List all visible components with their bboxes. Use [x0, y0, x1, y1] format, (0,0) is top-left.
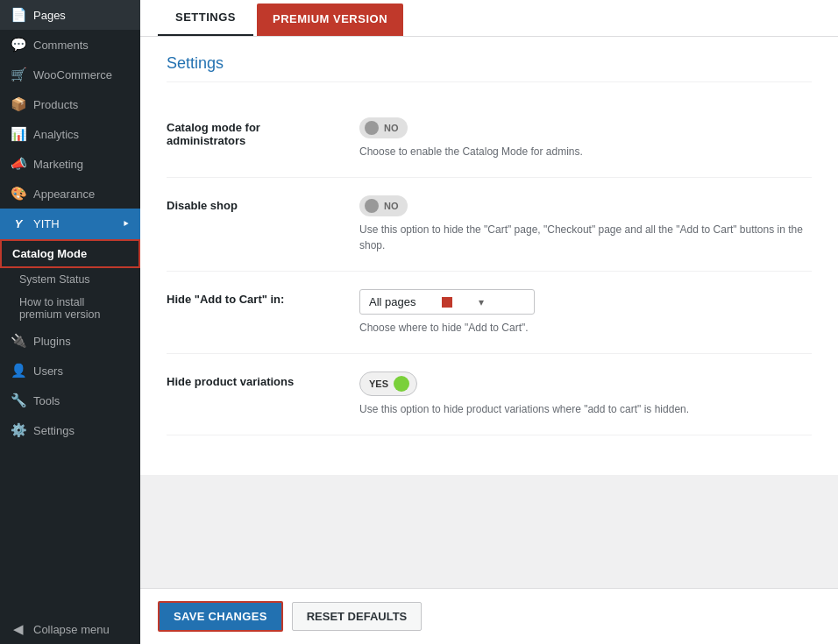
footer-bar: SAVE CHANGES RESET DEFAULTS: [140, 588, 838, 644]
sidebar: 📄 Pages 💬 Comments 🛒 WooCommerce 📦 Produ…: [0, 0, 140, 644]
setting-label-disable-shop: Disable shop: [167, 195, 342, 212]
setting-row-hide-add-to-cart: Hide "Add to Cart" in: All pages ▾ Choos…: [167, 272, 812, 354]
save-changes-button[interactable]: SAVE CHANGES: [158, 601, 283, 632]
select-value: All pages: [369, 295, 415, 308]
products-icon: 📦: [11, 96, 26, 112]
woocommerce-icon: 🛒: [11, 67, 26, 82]
settings-icon: ⚙️: [11, 422, 26, 438]
toggle-circle: [365, 199, 379, 213]
sidebar-item-yith[interactable]: Y YITH ‣: [0, 209, 140, 239]
setting-row-catalog-admins: Catalog mode for administrators NO Choos…: [167, 100, 812, 178]
sidebar-item-comments[interactable]: 💬 Comments: [0, 30, 140, 60]
sidebar-item-catalog-mode[interactable]: Catalog Mode: [0, 239, 140, 268]
tools-icon: 🔧: [11, 393, 26, 408]
desc-hide-add-to-cart: Choose where to hide "Add to Cart".: [359, 320, 812, 336]
settings-title: Settings: [167, 54, 812, 82]
main-content: SETTINGS PREMIUM VERSION Settings Catalo…: [140, 0, 838, 644]
yith-icon: Y: [11, 217, 26, 230]
tab-settings[interactable]: SETTINGS: [158, 0, 253, 36]
toggle-hide-variations[interactable]: YES: [359, 372, 417, 396]
users-icon: 👤: [11, 363, 26, 379]
sidebar-item-appearance[interactable]: 🎨 Appearance: [0, 179, 140, 209]
pages-icon: 📄: [11, 7, 26, 23]
collapse-icon: ◀: [11, 621, 26, 637]
desc-disable-shop: Use this option to hide the "Cart" page,…: [359, 222, 812, 253]
comments-icon: 💬: [11, 37, 26, 53]
sidebar-item-marketing[interactable]: 📣 Marketing: [0, 149, 140, 179]
appearance-icon: 🎨: [11, 186, 26, 202]
toggle-catalog-admins[interactable]: NO: [359, 117, 408, 138]
setting-control-hide-variations: YES Use this option to hide product vari…: [359, 372, 812, 417]
chevron-down-icon: ▾: [479, 296, 484, 308]
setting-row-disable-shop: Disable shop NO Use this option to hide …: [167, 178, 812, 272]
toggle-circle-on: [394, 376, 409, 392]
sidebar-item-how-to-install[interactable]: How to install premium version: [0, 291, 140, 326]
desc-hide-variations: Use this option to hide product variatio…: [359, 401, 812, 417]
toggle-circle: [365, 121, 379, 135]
marketing-icon: 📣: [11, 156, 26, 172]
sidebar-item-products[interactable]: 📦 Products: [0, 89, 140, 119]
settings-panel: Settings Catalog mode for administrators…: [140, 37, 838, 475]
hide-add-to-cart-select[interactable]: All pages ▾: [359, 289, 535, 315]
setting-control-catalog-admins: NO Choose to enable the Catalog Mode for…: [359, 117, 812, 159]
toggle-label: NO: [384, 123, 399, 133]
setting-label-catalog-admins: Catalog mode for administrators: [167, 117, 342, 147]
setting-row-hide-variations: Hide product variations YES Use this opt…: [167, 354, 812, 435]
setting-label-hide-add-to-cart: Hide "Add to Cart" in:: [167, 289, 342, 306]
sidebar-item-analytics[interactable]: 📊 Analytics: [0, 119, 140, 149]
reset-defaults-button[interactable]: RESET DEFAULTS: [292, 602, 423, 631]
tabs-bar: SETTINGS PREMIUM VERSION: [140, 0, 838, 37]
analytics-icon: 📊: [11, 126, 26, 142]
content-area: Settings Catalog mode for administrators…: [140, 37, 838, 588]
sidebar-item-users[interactable]: 👤 Users: [0, 356, 140, 386]
sidebar-item-collapse[interactable]: ◀ Collapse menu: [0, 614, 140, 644]
tab-premium-version[interactable]: PREMIUM VERSION: [257, 4, 403, 36]
plugins-icon: 🔌: [11, 333, 26, 349]
chevron-icon: ‣: [122, 216, 130, 232]
sidebar-item-woocommerce[interactable]: 🛒 WooCommerce: [0, 60, 140, 89]
setting-control-disable-shop: NO Use this option to hide the "Cart" pa…: [359, 195, 812, 253]
red-square-indicator: [442, 297, 452, 308]
sidebar-item-settings[interactable]: ⚙️ Settings: [0, 415, 140, 445]
setting-label-hide-variations: Hide product variations: [167, 372, 342, 388]
sidebar-item-tools[interactable]: 🔧 Tools: [0, 386, 140, 415]
toggle-label-yes: YES: [369, 379, 388, 389]
desc-catalog-admins: Choose to enable the Catalog Mode for ad…: [359, 144, 812, 159]
sidebar-item-plugins[interactable]: 🔌 Plugins: [0, 326, 140, 356]
toggle-label: NO: [384, 201, 399, 211]
setting-control-hide-add-to-cart: All pages ▾ Choose where to hide "Add to…: [359, 289, 812, 336]
toggle-disable-shop[interactable]: NO: [359, 195, 408, 216]
sidebar-item-system-status[interactable]: System Status: [0, 268, 140, 291]
sidebar-item-pages[interactable]: 📄 Pages: [0, 0, 140, 30]
